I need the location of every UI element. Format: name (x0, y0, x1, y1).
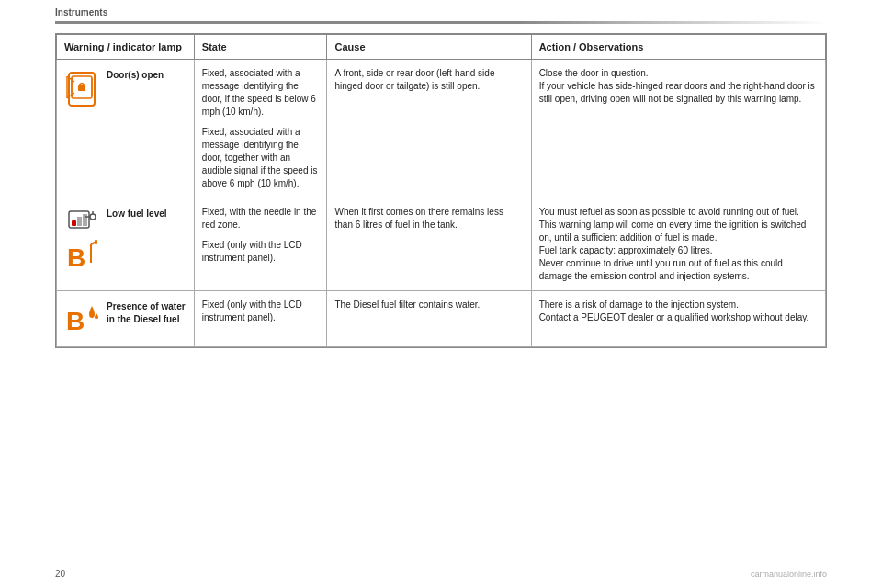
warning-label-doors: Door(s) open (107, 67, 164, 82)
svg-rect-10 (77, 217, 82, 226)
main-table-wrapper: Warning / indicator lamp State Cause Act… (55, 33, 827, 348)
state-fuel-block-2: Fixed (only with the LCD instrument pane… (202, 239, 320, 265)
state-fuel-block-1: Fixed, with the needle in the red zone. (202, 206, 320, 232)
warning-label-diesel: Presence of water in the Diesel fuel (107, 299, 187, 326)
action-text-doors: Close the door in question. If your vehi… (539, 68, 815, 104)
table-row: B Presence of water in the Diesel fuel F (57, 291, 826, 347)
action-cell-diesel: There is a risk of damage to the injecti… (531, 291, 825, 347)
warning-label-fuel: Low fuel level (107, 206, 167, 220)
footer-logo: carmanualonline.info (751, 570, 827, 579)
diesel-water-icon: B (65, 300, 98, 339)
cause-cell-doors: A front, side or rear door (left-hand si… (327, 60, 531, 198)
svg-rect-11 (83, 214, 87, 226)
page-number: 20 (55, 569, 65, 579)
warning-cell-diesel: B Presence of water in the Diesel fuel (57, 291, 195, 347)
header-divider (55, 21, 827, 24)
warning-cell-fuel: B Low fuel level (57, 198, 195, 291)
svg-rect-7 (78, 85, 85, 91)
page-header: Instruments (0, 0, 882, 21)
state-cell-diesel: Fixed (only with the LCD instrument pane… (194, 291, 327, 347)
state-cell-fuel: Fixed, with the needle in the red zone. … (194, 198, 327, 291)
col-header-warning: Warning / indicator lamp (57, 35, 195, 60)
icon-area-diesel: B (64, 299, 99, 339)
state-cell-doors: Fixed, associated with a message identif… (194, 60, 327, 198)
col-header-action: Action / Observations (531, 35, 825, 60)
door-open-icon (65, 69, 98, 109)
svg-rect-9 (72, 220, 76, 226)
action-text-diesel: There is a risk of damage to the injecti… (539, 300, 809, 322)
cause-cell-fuel: When it first comes on there remains les… (327, 198, 531, 291)
action-cell-doors: Close the door in question. If your vehi… (531, 60, 825, 198)
state-block-1: Fixed, associated with a message identif… (202, 67, 320, 119)
fuel-gauge-icon (65, 208, 98, 233)
icon-area-door (64, 67, 99, 109)
action-text-fuel: You must refuel as soon as possible to a… (539, 207, 807, 281)
svg-rect-18 (95, 240, 97, 244)
warning-table: Warning / indicator lamp State Cause Act… (56, 34, 826, 347)
col-header-cause: Cause (327, 35, 531, 60)
table-row: Door(s) open Fixed, associated with a me… (57, 60, 826, 198)
svg-text:B: B (66, 307, 85, 335)
table-row: B Low fuel level Fixed, with the needle (57, 198, 826, 291)
state-block-2: Fixed, associated with a message identif… (202, 126, 320, 190)
fuel-pump-icon: B (65, 237, 98, 274)
state-diesel-block-1: Fixed (only with the LCD instrument pane… (202, 299, 320, 324)
action-cell-fuel: You must refuel as soon as possible to a… (531, 198, 825, 291)
icon-area-fuel: B (64, 206, 99, 274)
svg-point-12 (90, 214, 96, 220)
svg-text:B: B (67, 243, 85, 272)
cause-cell-diesel: The Diesel fuel filter contains water. (327, 291, 531, 347)
warning-cell-doors: Door(s) open (57, 60, 195, 198)
col-header-state: State (194, 35, 327, 60)
